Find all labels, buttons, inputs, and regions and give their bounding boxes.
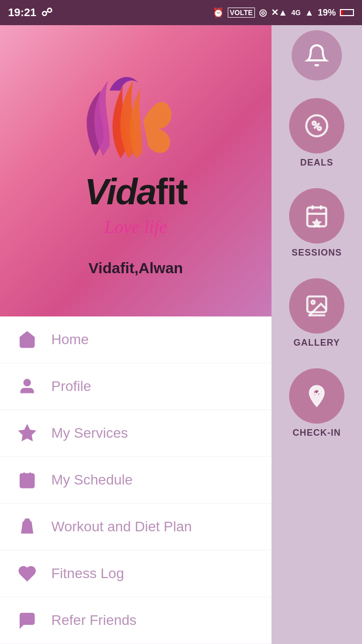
signal-icon: ✕▲ — [271, 7, 288, 18]
signal2-icon: ▲ — [305, 8, 314, 18]
refer-friends-icon — [15, 608, 39, 632]
home-icon — [15, 328, 39, 352]
gallery-label: GALLERY — [294, 338, 340, 348]
deals-label: DEALS — [300, 157, 333, 168]
alarm-icon: ⏰ — [213, 7, 224, 18]
gallery-circle — [289, 278, 344, 334]
my-schedule-icon — [15, 468, 39, 492]
nav-label-profile: Profile — [51, 378, 91, 394]
workout-diet-icon — [15, 515, 39, 539]
status-bar-right: ⏰ VOLTE ◎ ✕▲ 4G ▲ 19% — [213, 7, 354, 18]
vidafit-logo — [65, 65, 206, 176]
sessions-label: SESSIONS — [292, 248, 342, 258]
user-name: Vidafit,Alwan — [88, 260, 183, 277]
brand-fit: fit — [156, 172, 187, 212]
brand-name: Vidafit — [84, 171, 187, 212]
nav-label-refer-friends: Refer Friends — [51, 612, 137, 628]
nav-item-refer-friends[interactable]: Refer Friends — [0, 597, 272, 644]
battery: 19% — [318, 8, 336, 18]
my-services-icon — [15, 421, 39, 445]
nav-label-workout-diet: Workout and Diet Plan — [51, 519, 192, 535]
svg-point-16 — [318, 127, 321, 130]
battery-icon — [340, 9, 354, 16]
nav-item-fitness-log[interactable]: Fitness Log — [0, 550, 272, 597]
svg-rect-22 — [307, 296, 326, 312]
gps-icon: ◎ — [259, 7, 267, 18]
sidebar-header: Vidafit Love life Vidafit,Alwan — [0, 25, 272, 316]
nav-label-fitness-log: Fitness Log — [51, 566, 124, 582]
svg-point-23 — [312, 301, 315, 304]
tagline: Love life — [105, 216, 167, 237]
volte-icon: VOLTE — [228, 8, 255, 18]
sessions-circle — [289, 188, 344, 244]
nav-item-home[interactable]: Home — [0, 316, 272, 363]
svg-point-15 — [313, 122, 316, 125]
nav-item-my-schedule[interactable]: My Schedule — [0, 457, 272, 504]
right-panel-gallery[interactable]: GALLERY — [272, 271, 362, 356]
checkin-label: CHECK-IN — [293, 428, 341, 438]
right-panel-deals[interactable]: DEALS — [272, 91, 362, 176]
right-panel-checkin[interactable]: CHECK-IN — [272, 361, 362, 446]
nav-item-profile[interactable]: Profile — [0, 363, 272, 410]
status-bar-left: 19:21 ☍ — [8, 6, 52, 19]
fitness-log-icon — [15, 561, 39, 586]
4g-icon: 4G — [291, 9, 301, 17]
main-layout: Vidafit Love life Vidafit,Alwan Home — [0, 25, 362, 644]
profile-icon — [15, 374, 39, 398]
deals-circle — [289, 98, 344, 153]
svg-point-0 — [24, 380, 30, 386]
message-icon: ☍ — [41, 6, 52, 19]
svg-marker-1 — [20, 426, 35, 440]
checkin-circle — [289, 368, 344, 424]
sidebar: Vidafit Love life Vidafit,Alwan Home — [0, 25, 272, 644]
nav-item-workout-diet[interactable]: Workout and Diet Plan — [0, 504, 272, 550]
right-panel: DEALS SESSIONS — [272, 25, 362, 644]
nav-menu: Home Profile My Services — [0, 316, 272, 644]
nav-label-my-services: My Services — [51, 425, 128, 441]
brand-vida: Vida — [84, 172, 155, 212]
right-panel-sessions[interactable]: SESSIONS — [272, 181, 362, 266]
nav-label-home: Home — [51, 332, 89, 348]
notification-button[interactable] — [292, 30, 342, 80]
nav-label-my-schedule: My Schedule — [51, 472, 133, 488]
nav-item-my-services[interactable]: My Services — [0, 410, 272, 457]
time: 19:21 — [8, 6, 36, 19]
logo-container: Vidafit Love life — [65, 65, 206, 237]
status-bar: 19:21 ☍ ⏰ VOLTE ◎ ✕▲ 4G ▲ 19% — [0, 0, 362, 25]
